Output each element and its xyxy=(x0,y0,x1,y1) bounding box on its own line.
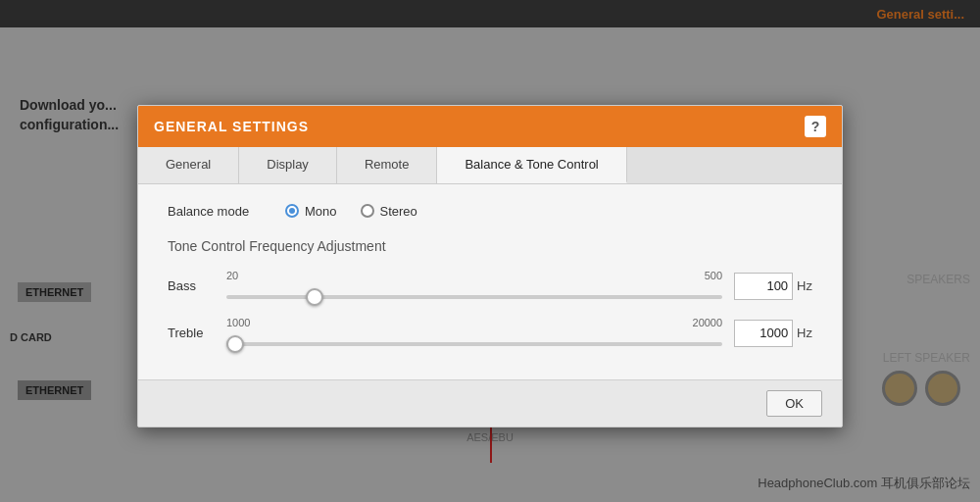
ok-button[interactable]: OK xyxy=(766,390,822,417)
bass-slider-container: 20 500 xyxy=(226,270,722,303)
help-button[interactable]: ? xyxy=(805,116,826,137)
tabs-bar: General Display Remote Balance & Tone Co… xyxy=(138,147,842,184)
bass-min-label: 20 xyxy=(226,270,238,281)
bass-max-label: 500 xyxy=(705,270,722,281)
radio-group: Mono Stereo xyxy=(285,204,417,219)
treble-min-label: 1000 xyxy=(226,317,250,328)
modal-overlay: GENERAL SETTINGS ? General Display Remot… xyxy=(0,0,980,502)
bass-value-input[interactable] xyxy=(734,273,793,300)
treble-max-label: 20000 xyxy=(693,317,723,328)
bass-unit: Hz xyxy=(797,278,812,293)
modal-footer: OK xyxy=(138,379,842,427)
tone-section-title: Tone Control Frequency Adjustment xyxy=(168,238,812,254)
treble-label: Treble xyxy=(168,326,226,340)
tab-general[interactable]: General xyxy=(138,147,239,183)
radio-mono-btn[interactable] xyxy=(285,204,299,218)
radio-stereo[interactable]: Stereo xyxy=(361,204,417,219)
radio-mono[interactable]: Mono xyxy=(285,204,337,219)
treble-unit: Hz xyxy=(797,326,812,340)
bass-slider[interactable] xyxy=(226,295,722,299)
modal-body: Balance mode Mono Stereo Tone Control Fr… xyxy=(138,184,842,379)
treble-value-box: Hz xyxy=(734,320,812,347)
modal-header: GENERAL SETTINGS ? xyxy=(138,106,842,147)
modal-dialog: GENERAL SETTINGS ? General Display Remot… xyxy=(137,105,843,427)
bass-range-labels: 20 500 xyxy=(226,270,722,281)
bass-label: Bass xyxy=(168,278,226,293)
radio-mono-label: Mono xyxy=(305,204,337,219)
treble-row: Treble 1000 20000 Hz xyxy=(168,317,812,350)
bass-value-box: Hz xyxy=(734,273,812,300)
radio-stereo-label: Stereo xyxy=(380,204,417,219)
treble-value-input[interactable] xyxy=(734,320,793,347)
radio-stereo-btn[interactable] xyxy=(361,204,374,218)
modal-title: GENERAL SETTINGS xyxy=(154,119,309,134)
treble-range-labels: 1000 20000 xyxy=(226,317,722,328)
treble-slider-container: 1000 20000 xyxy=(226,317,722,350)
treble-slider[interactable] xyxy=(226,342,722,346)
balance-mode-label: Balance mode xyxy=(168,204,285,219)
tab-balance-tone[interactable]: Balance & Tone Control xyxy=(437,147,626,183)
tab-remote[interactable]: Remote xyxy=(337,147,438,183)
tab-display[interactable]: Display xyxy=(239,147,337,183)
bass-row: Bass 20 500 Hz xyxy=(168,270,812,303)
balance-mode-row: Balance mode Mono Stereo xyxy=(168,204,812,219)
